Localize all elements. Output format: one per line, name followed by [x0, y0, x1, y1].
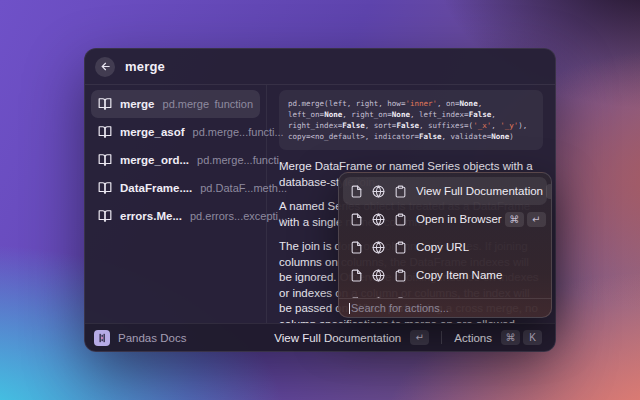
code-segment: , validate=	[442, 132, 492, 141]
command-key-badge: ⌘	[501, 330, 520, 345]
list-item-title: DataFrame....	[120, 182, 192, 194]
window-header: merge	[85, 49, 555, 85]
menu-item[interactable]: Open in Browser ⌘↵	[343, 205, 547, 233]
list-item-title: merge_asof	[120, 126, 185, 138]
code-segment: '_x'	[473, 121, 491, 130]
footer-actions: View Full Documentation ↵ Actions ⌘ K	[270, 328, 546, 347]
app-name: Pandas Docs	[118, 332, 186, 344]
globe-icon	[372, 185, 385, 198]
action-search-input[interactable]: Search for actions...	[339, 298, 551, 317]
menu-item-label: Copy URL	[416, 241, 469, 253]
back-button[interactable]	[95, 57, 115, 77]
code-segment: None	[392, 110, 410, 119]
menu-item[interactable]: Copy URL	[343, 233, 547, 261]
app-chip[interactable]: Pandas Docs	[94, 330, 186, 346]
menu-item[interactable]: Copy Signature	[343, 289, 547, 298]
list-item-accessory: function	[214, 98, 253, 110]
book-open-icon	[98, 181, 112, 195]
menu-item[interactable]: View Full Documentation ↵	[343, 177, 547, 205]
code-segment: , left_index=	[410, 110, 469, 119]
list-item-subtitle: pd.errors...	[190, 210, 243, 222]
results-list: merge pd.merge function merge_asof pd.me…	[85, 85, 267, 323]
list-item-title: merge_ord...	[120, 154, 189, 166]
globe-icon	[372, 241, 385, 254]
code-segment: None	[491, 132, 509, 141]
list-item-title: errors.Me...	[120, 210, 182, 222]
document-icon	[350, 269, 363, 282]
list-item[interactable]: merge pd.merge function	[91, 90, 260, 118]
document-icon	[350, 213, 363, 226]
menu-item-label: Copy Item Name	[416, 269, 502, 281]
code-segment: , sort=	[365, 121, 397, 130]
footer-divider	[441, 331, 442, 344]
code-segment: , right_on=	[342, 110, 392, 119]
list-item[interactable]: merge_ord... pd.merge... functi...	[91, 146, 260, 174]
clipboard-icon	[394, 213, 407, 226]
code-segment: 'inner'	[405, 99, 437, 108]
code-segment: )	[509, 132, 514, 141]
text-cursor	[349, 303, 350, 314]
list-item[interactable]: DataFrame.... pd.DataF... meth...	[91, 174, 260, 202]
book-open-icon	[98, 153, 112, 167]
code-segment: None	[460, 99, 478, 108]
page-title: merge	[125, 59, 165, 74]
book-open-icon	[98, 97, 112, 111]
menu-item[interactable]: Copy Item Name	[343, 261, 547, 289]
code-segment: , on=	[437, 99, 460, 108]
code-segment: False	[419, 132, 442, 141]
primary-action-button[interactable]: View Full Documentation ↵	[270, 328, 433, 347]
code-segment: None	[324, 110, 342, 119]
globe-icon	[372, 213, 385, 226]
action-search-placeholder: Search for actions...	[351, 302, 449, 314]
document-icon	[350, 185, 363, 198]
document-icon	[350, 241, 363, 254]
action-menu-popover: View Full Documentation ↵ Open in Browse…	[338, 172, 552, 318]
actions-button[interactable]: Actions ⌘ K	[450, 328, 546, 347]
code-segment: pd.merge(left, right, how=	[288, 99, 405, 108]
book-open-icon	[98, 125, 112, 139]
signature-code-block: pd.merge(left, right, how='inner', on=No…	[279, 90, 543, 150]
code-segment: False	[342, 121, 365, 130]
command-key-badge: ⌘	[505, 212, 524, 227]
pandas-logo-icon	[94, 330, 110, 346]
return-key-badge: ↵	[527, 212, 546, 227]
book-open-icon	[98, 209, 112, 223]
list-item-subtitle: pd.DataF...	[200, 182, 253, 194]
clipboard-icon	[394, 269, 407, 282]
menu-item-label: Open in Browser	[416, 213, 502, 225]
code-segment: False	[469, 110, 492, 119]
list-item-subtitle: pd.merge	[163, 98, 209, 110]
globe-icon	[372, 269, 385, 282]
action-menu-list: View Full Documentation ↵ Open in Browse…	[339, 173, 551, 298]
primary-action-label: View Full Documentation	[274, 332, 401, 344]
return-key-badge: ↵	[546, 184, 551, 199]
arrow-left-icon	[100, 61, 111, 72]
list-item[interactable]: errors.Me... pd.errors... excepti...	[91, 202, 260, 230]
return-key-badge: ↵	[410, 330, 429, 345]
clipboard-icon	[394, 185, 407, 198]
menu-item-shortcuts: ⌘↵	[502, 212, 546, 227]
code-segment: '_y'	[500, 121, 518, 130]
actions-label: Actions	[454, 332, 492, 344]
list-item[interactable]: merge_asof pd.merge... functi...	[91, 118, 260, 146]
status-bar: Pandas Docs View Full Documentation ↵ Ac…	[85, 323, 555, 351]
list-item-title: merge	[120, 98, 155, 110]
list-item-subtitle: pd.merge...	[197, 154, 253, 166]
menu-item-shortcuts: ↵	[543, 184, 551, 199]
k-key-badge: K	[523, 330, 542, 345]
code-segment: ,	[491, 121, 500, 130]
code-segment: , suffixes=(	[419, 121, 473, 130]
list-item-subtitle: pd.merge...	[193, 126, 249, 138]
code-segment: False	[396, 121, 419, 130]
menu-item-label: View Full Documentation	[416, 185, 543, 197]
clipboard-icon	[394, 241, 407, 254]
